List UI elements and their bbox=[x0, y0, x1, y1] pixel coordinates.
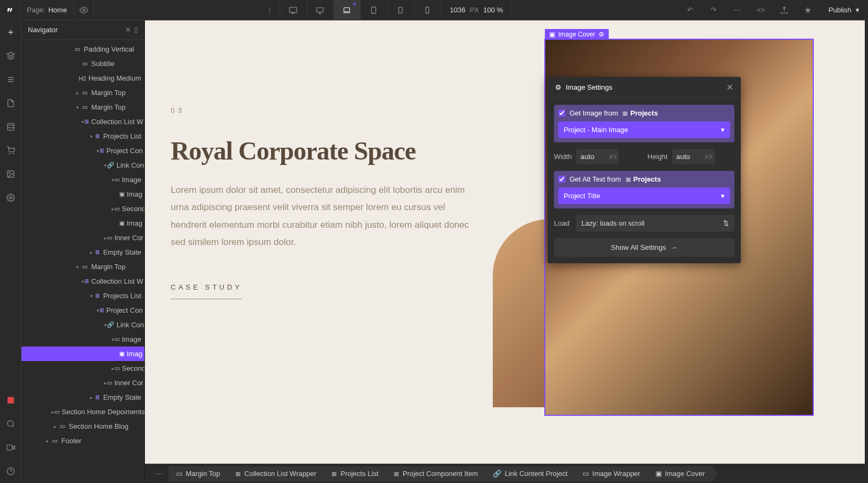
video-button[interactable] bbox=[0, 436, 21, 459]
tree-item[interactable]: ▸≣Empty State bbox=[21, 390, 144, 405]
tree-item[interactable]: ▾≣Project Con bbox=[21, 303, 144, 318]
tree-arrow-icon[interactable]: ▸ bbox=[89, 250, 94, 255]
breadcrumb-item[interactable]: ≣Projects List bbox=[324, 466, 386, 481]
tree-arrow-icon[interactable]: ▾ bbox=[89, 293, 94, 299]
preview-button[interactable] bbox=[74, 0, 94, 20]
tree-item[interactable]: ▾▭Margin Top bbox=[21, 259, 144, 274]
tree-item[interactable]: ▾▭Image bbox=[21, 332, 144, 347]
webflow-logo[interactable] bbox=[0, 0, 20, 20]
left-rail bbox=[0, 20, 21, 483]
get-alt-checkbox[interactable]: Get Alt Text from ≣Projects bbox=[558, 175, 730, 183]
tree-item[interactable]: ▾≣Projects List bbox=[21, 289, 144, 303]
navigator-button[interactable] bbox=[0, 68, 21, 91]
tree-arrow-icon[interactable]: ▾ bbox=[89, 134, 94, 139]
canvas-body[interactable]: 03 Royal Corporate Space Lorem ipsum dol… bbox=[145, 20, 865, 464]
tree-item[interactable]: ▣Imag bbox=[21, 216, 144, 230]
gear-icon[interactable]: ⚙ bbox=[599, 31, 604, 38]
tree-item[interactable]: ▸▭Section Home Blog bbox=[21, 419, 144, 434]
tree-arrow-icon[interactable]: ▸ bbox=[44, 438, 50, 444]
undo-button[interactable]: ↶ bbox=[678, 0, 702, 20]
navigator-close-icon[interactable]: ✕ bbox=[125, 26, 131, 34]
tree-item[interactable]: ▸▭Margin Top bbox=[21, 85, 144, 100]
tree-item[interactable]: ▸▭Second bbox=[21, 361, 144, 376]
load-select[interactable]: Lazy: loads on scroll ⇅ bbox=[576, 215, 734, 232]
tree-item[interactable]: ▣Imag bbox=[21, 347, 144, 361]
components-button[interactable] bbox=[0, 44, 21, 68]
tree-item[interactable]: ▾≣Projects List bbox=[21, 129, 144, 143]
tree-item[interactable]: ▾≣Collection List W bbox=[21, 114, 144, 129]
settings-button[interactable] bbox=[0, 186, 21, 210]
tree-item[interactable]: ▸▭Footer bbox=[21, 434, 144, 448]
breadcrumb-more[interactable]: ⋯ bbox=[149, 470, 169, 478]
breadcrumb-item[interactable]: 🔗Link Content Project bbox=[485, 466, 575, 481]
device-xl[interactable] bbox=[280, 0, 307, 20]
more-devices-button[interactable]: ⋮ bbox=[260, 0, 280, 20]
cms-button[interactable] bbox=[0, 115, 21, 139]
close-button[interactable]: ✕ bbox=[726, 82, 733, 92]
case-study-link[interactable]: CASE STUDY bbox=[171, 283, 242, 299]
device-laptop-active[interactable] bbox=[334, 0, 361, 20]
tree-item[interactable]: ▾🔗Link Cont bbox=[21, 158, 144, 172]
tree-item[interactable]: ▭Padding Vertical bbox=[21, 42, 144, 56]
breadcrumb-bar: ⋯ ▭Margin Top≣Collection List Wrapper≣Pr… bbox=[145, 464, 865, 483]
pages-button[interactable] bbox=[0, 91, 21, 115]
breadcrumb-item[interactable]: ▭Image Wrapper bbox=[575, 466, 647, 481]
device-tablet-sm[interactable] bbox=[388, 0, 414, 20]
ecommerce-button[interactable] bbox=[0, 139, 21, 162]
navigator-dock-icon[interactable]: ▯ bbox=[134, 26, 138, 34]
tree-item[interactable]: ▸▭Inner Cor bbox=[21, 230, 144, 245]
get-image-check[interactable] bbox=[558, 110, 565, 117]
tree-item[interactable]: ▾🔗Link Cont bbox=[21, 318, 144, 332]
tree-item[interactable]: ▾▭Margin Top bbox=[21, 100, 144, 114]
image-cover-label[interactable]: ▣ Image Cover ⚙ bbox=[545, 29, 609, 40]
redo-button[interactable]: ↷ bbox=[702, 0, 725, 20]
right-panel-collapsed[interactable] bbox=[865, 20, 868, 483]
tree-arrow-icon[interactable]: ▸ bbox=[89, 395, 94, 400]
chevron-down-icon: ▾ bbox=[856, 6, 859, 14]
tree-item[interactable]: ▭Subtitle bbox=[21, 56, 144, 71]
navigator-tree[interactable]: ▭Padding Vertical▭SubtitleH2Heading Medi… bbox=[21, 40, 144, 483]
alt-field-select[interactable]: Project Title ▾ bbox=[558, 188, 730, 204]
tree-element-icon: ▭ bbox=[58, 423, 67, 430]
breadcrumb-item[interactable]: ≣Collection List Wrapper bbox=[228, 466, 324, 481]
tree-item[interactable]: ▾≣Project Con bbox=[21, 143, 144, 158]
tree-item[interactable]: ▸▭Section Home Depoiments bbox=[21, 405, 144, 419]
tree-item-label: Collection List W bbox=[91, 277, 143, 285]
show-all-settings-button[interactable]: Show All Settings → bbox=[554, 238, 734, 257]
audit-rail-button[interactable] bbox=[0, 388, 21, 412]
page-selector[interactable]: Page: Home bbox=[20, 6, 74, 14]
breadcrumb-item[interactable]: ≣Project Component Item bbox=[386, 466, 485, 481]
tree-arrow-icon[interactable]: ▸ bbox=[52, 424, 58, 429]
dimensions-row: Width PX Height PX bbox=[554, 149, 734, 164]
tree-item[interactable]: ▸▭Second bbox=[21, 201, 144, 216]
code-button[interactable]: <> bbox=[749, 0, 772, 20]
assets-button[interactable] bbox=[0, 162, 21, 186]
get-image-checkbox[interactable]: Get Image from ≣Projects bbox=[558, 109, 730, 117]
tree-item[interactable]: ▣Imag bbox=[21, 187, 144, 201]
audit-button[interactable] bbox=[796, 0, 820, 20]
tree-item[interactable]: ▸≣Empty State bbox=[21, 245, 144, 259]
search-button[interactable] bbox=[0, 412, 21, 436]
tree-item-label: Projects List bbox=[103, 132, 141, 140]
tree-item[interactable]: ▸▭Inner Cor bbox=[21, 376, 144, 390]
tree-arrow-icon[interactable]: ▾ bbox=[74, 105, 81, 110]
tree-item[interactable]: ▾≣Collection List W bbox=[21, 274, 144, 289]
tree-arrow-icon[interactable]: ▾ bbox=[74, 264, 81, 270]
breadcrumb-item[interactable]: ▭Margin Top bbox=[169, 466, 228, 481]
get-alt-check[interactable] bbox=[558, 176, 565, 183]
add-element-button[interactable] bbox=[0, 20, 21, 44]
export-button[interactable] bbox=[772, 0, 796, 20]
popup-title-text: Image Settings bbox=[566, 83, 612, 91]
publish-button[interactable]: Publish ▾ bbox=[820, 0, 868, 20]
tree-item[interactable]: H2Heading Medium bbox=[21, 71, 144, 85]
device-tablet[interactable] bbox=[361, 0, 388, 20]
tree-item[interactable]: ▾▭Image bbox=[21, 172, 144, 187]
device-mobile[interactable] bbox=[414, 0, 441, 20]
comments-button[interactable]: ⋯ bbox=[725, 0, 749, 20]
breadcrumb-item[interactable]: ▣Image Cover bbox=[648, 466, 712, 481]
tree-arrow-icon[interactable]: ▸ bbox=[74, 90, 81, 96]
tree-item-label: Imag bbox=[127, 350, 142, 358]
help-button[interactable] bbox=[0, 459, 21, 483]
image-field-select[interactable]: Project - Main Image ▾ bbox=[558, 121, 730, 138]
device-desktop[interactable] bbox=[307, 0, 334, 20]
